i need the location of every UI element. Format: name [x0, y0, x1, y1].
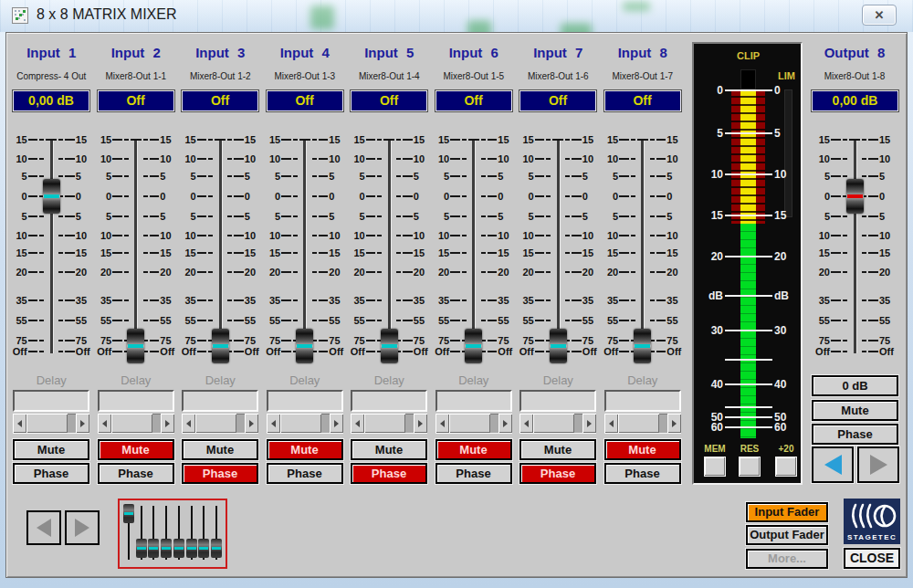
res-button[interactable] — [739, 457, 761, 477]
scrollbar-thumb[interactable] — [195, 414, 236, 433]
fader-handle[interactable] — [43, 179, 60, 214]
scrollbar-right-arrow[interactable] — [498, 414, 512, 433]
delay-value-field[interactable] — [98, 390, 174, 412]
input-fader-tab[interactable]: Input Fader — [746, 502, 828, 522]
scrollbar-right-arrow[interactable] — [245, 414, 258, 433]
fader-scale-label: 10 — [263, 153, 281, 164]
fader-tick — [849, 299, 860, 301]
mute-button[interactable]: Mute — [182, 439, 258, 460]
fader-handle[interactable] — [127, 329, 144, 363]
scrollbar-right-arrow[interactable] — [161, 414, 174, 433]
mute-button[interactable]: Mute — [351, 439, 427, 460]
output-mute-button[interactable]: Mute — [812, 400, 898, 421]
mute-button[interactable]: Mute — [604, 439, 681, 460]
fader-scale-label: 10 — [263, 230, 281, 241]
fader-tick — [299, 158, 310, 160]
channel-fader: 15151010550055101015152020353555557575Of… — [432, 140, 517, 355]
output-fader-tab[interactable]: Output Fader — [746, 525, 828, 545]
scrollbar-thumb[interactable] — [364, 414, 405, 433]
close-button[interactable]: CLOSE — [844, 548, 900, 569]
scrollbar-thumb[interactable] — [111, 414, 152, 433]
plus20-button[interactable] — [775, 457, 797, 477]
scrollbar-left-arrow[interactable] — [182, 414, 195, 433]
scrollbar-right-arrow[interactable] — [330, 414, 343, 433]
fader-tick — [862, 175, 866, 177]
delay-scrollbar[interactable] — [519, 414, 596, 433]
delay-value-field[interactable] — [604, 390, 681, 412]
scrollbar-left-arrow[interactable] — [13, 414, 26, 433]
fader-handle[interactable] — [212, 329, 229, 363]
plus20-label: +20 — [771, 444, 802, 454]
fader-handle[interactable] — [465, 329, 482, 363]
mem-button[interactable] — [704, 457, 726, 477]
fader-tick — [319, 139, 329, 141]
fader-overview-navigator[interactable] — [118, 499, 227, 569]
scrollbar-thumb[interactable] — [26, 414, 68, 433]
scrollbar-left-arrow[interactable] — [267, 414, 280, 433]
fader-handle[interactable] — [550, 329, 567, 363]
meter-tick — [725, 330, 772, 331]
scrollbar-thumb[interactable] — [449, 414, 490, 433]
output-phase-button[interactable]: Phase — [812, 424, 898, 445]
channel-title: Input 6 — [432, 45, 517, 60]
scrollbar-thumb[interactable] — [533, 414, 574, 433]
mute-button[interactable]: Mute — [98, 439, 174, 460]
scrollbar-thumb[interactable] — [280, 414, 321, 433]
fader-handle[interactable] — [296, 329, 313, 363]
mute-button[interactable]: Mute — [436, 439, 512, 460]
mute-button[interactable]: Mute — [13, 439, 89, 460]
window-close-button[interactable]: ✕ — [862, 5, 897, 26]
output-prev-button[interactable] — [812, 446, 854, 483]
scrollbar-right-arrow[interactable] — [76, 414, 89, 433]
phase-button[interactable]: Phase — [436, 463, 512, 484]
phase-button[interactable]: Phase — [519, 463, 596, 484]
fader-tick — [112, 215, 122, 217]
page-prev-button[interactable] — [26, 510, 61, 545]
delay-value-field[interactable] — [267, 390, 343, 412]
fader-tick — [383, 158, 394, 160]
output-next-button[interactable] — [857, 446, 899, 483]
delay-scrollbar[interactable] — [13, 414, 89, 433]
zero-db-button[interactable]: 0 dB — [812, 375, 898, 396]
delay-scrollbar[interactable] — [267, 414, 343, 433]
scrollbar-right-arrow[interactable] — [582, 414, 596, 433]
scrollbar-left-arrow[interactable] — [436, 414, 449, 433]
right-arrow-icon — [80, 420, 85, 427]
delay-scrollbar[interactable] — [98, 414, 174, 433]
delay-value-field[interactable] — [519, 390, 596, 412]
delay-scrollbar[interactable] — [436, 414, 512, 433]
mute-button[interactable]: Mute — [519, 439, 596, 460]
delay-value-field[interactable] — [351, 390, 427, 412]
output-fader-handle[interactable] — [846, 179, 864, 214]
phase-button[interactable]: Phase — [604, 463, 681, 484]
phase-button[interactable]: Phase — [13, 463, 89, 484]
scrollbar-thumb[interactable] — [618, 414, 659, 433]
scrollbar-left-arrow[interactable] — [98, 414, 111, 433]
delay-value-field[interactable] — [13, 390, 89, 412]
scrollbar-right-arrow[interactable] — [414, 414, 427, 433]
fader-handle[interactable] — [634, 329, 651, 363]
fader-tick — [637, 139, 648, 141]
delay-scrollbar[interactable] — [182, 414, 258, 433]
scrollbar-left-arrow[interactable] — [351, 414, 364, 433]
scrollbar-left-arrow[interactable] — [519, 414, 533, 433]
phase-button[interactable]: Phase — [267, 463, 343, 484]
fader-scale-label: 55 — [245, 315, 263, 326]
delay-value-field[interactable] — [436, 390, 512, 412]
fader-tick — [572, 340, 582, 341]
left-arrow-icon — [271, 420, 276, 427]
phase-button[interactable]: Phase — [182, 463, 258, 484]
scrollbar-left-arrow[interactable] — [604, 414, 618, 433]
left-arrow-icon — [186, 420, 191, 427]
delay-scrollbar[interactable] — [604, 414, 681, 433]
delay-scrollbar[interactable] — [351, 414, 427, 433]
fader-handle[interactable] — [381, 329, 398, 363]
mini-fader-stripe — [199, 547, 208, 550]
page-next-button[interactable] — [65, 510, 100, 545]
phase-button[interactable]: Phase — [351, 463, 427, 484]
delay-value-field[interactable] — [182, 390, 258, 412]
phase-button[interactable]: Phase — [98, 463, 174, 484]
scrollbar-right-arrow[interactable] — [667, 414, 681, 433]
mute-button[interactable]: Mute — [267, 439, 343, 460]
more-button[interactable]: More... — [746, 549, 828, 569]
